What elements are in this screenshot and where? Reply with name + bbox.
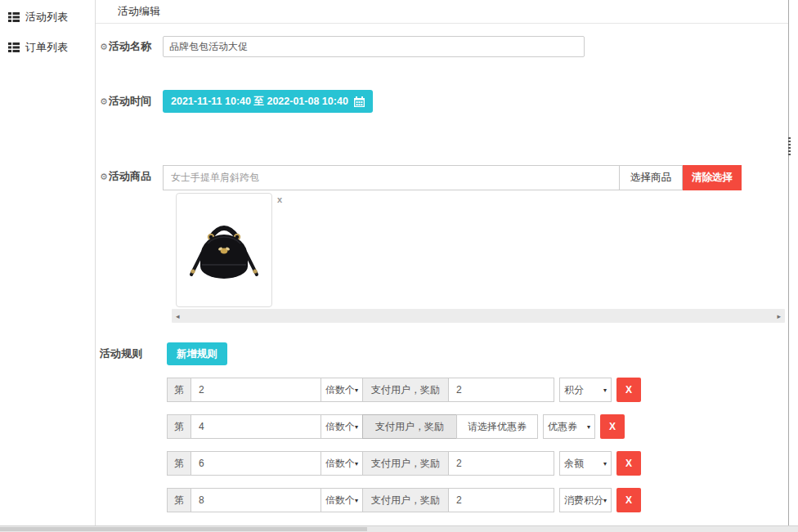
reward-label: 支付用户，奖励 <box>362 451 449 476</box>
sidebar-item-label: 活动列表 <box>25 10 68 25</box>
gear-icon: ⚙ <box>100 96 108 106</box>
remove-product-icon[interactable]: x <box>277 195 282 204</box>
horizontal-scrollbar-thumb[interactable] <box>0 527 367 531</box>
horizontal-scrollbar[interactable] <box>0 525 798 532</box>
sidebar-item-order-list[interactable]: 订单列表 <box>0 32 95 62</box>
gear-icon: ⚙ <box>100 42 108 51</box>
product-input-group: 选择商品 清除选择 <box>163 165 742 190</box>
handbag-image <box>183 206 265 294</box>
rule-prefix-label: 第 <box>167 414 191 439</box>
rule-number-input[interactable] <box>191 378 321 402</box>
rule-number-input[interactable] <box>191 451 321 476</box>
activity-time-label: ⚙活动时间 <box>96 90 163 113</box>
choose-coupon-button[interactable]: 请选择优惠券 <box>456 414 538 439</box>
sidebar-item-activity-list[interactable]: 活动列表 <box>0 2 95 32</box>
rule-number-input[interactable] <box>191 414 321 439</box>
rule-unit-select[interactable]: 倍数个 ▾ <box>321 378 363 402</box>
activity-name-label: ⚙活动名称 <box>96 35 163 58</box>
date-range-button[interactable]: 2021-11-11 10:40 至 2022-01-08 10:40 <box>163 90 373 113</box>
date-range-text: 2021-11-11 10:40 至 2022-01-08 10:40 <box>171 95 348 109</box>
product-strip-scrollbar[interactable]: ◂ ▸ <box>172 309 785 323</box>
chevron-down-icon: ▾ <box>355 387 358 394</box>
product-thumbnail-row: x <box>176 193 788 307</box>
rule-prefix-label: 第 <box>167 488 191 512</box>
delete-rule-button[interactable]: X <box>616 451 641 476</box>
sidebar: 活动列表 订单列表 <box>0 0 96 527</box>
chevron-down-icon: ▾ <box>603 387 607 394</box>
tab-activity-edit[interactable]: 活动编辑 <box>118 4 160 19</box>
choose-product-button[interactable]: 选择商品 <box>620 165 683 190</box>
reward-value-input[interactable] <box>448 451 554 476</box>
scroll-left-icon[interactable]: ◂ <box>176 312 180 320</box>
chevron-down-icon: ▾ <box>355 460 358 467</box>
reward-type-select[interactable]: 优惠券 ▾ <box>543 414 595 439</box>
activity-rules-label: 活动规则 <box>96 342 163 365</box>
gear-icon: ⚙ <box>100 172 108 181</box>
rule-number-input[interactable] <box>191 488 321 512</box>
delete-rule-button[interactable]: X <box>616 488 641 512</box>
reward-label: 支付用户，奖励 <box>362 378 449 402</box>
reward-type-select[interactable]: 消费积分 ▾ <box>559 488 612 512</box>
main-panel: 活动编辑 ⚙活动名称 ⚙活动时间 2021-11-11 10:40 至 2022… <box>96 0 789 527</box>
product-thumbnail <box>176 193 272 307</box>
activity-time-row: ⚙活动时间 2021-11-11 10:40 至 2022-01-08 10:4… <box>96 90 788 113</box>
clear-selection-button[interactable]: 清除选择 <box>683 165 742 190</box>
scroll-right-icon[interactable]: ▸ <box>777 312 781 320</box>
reward-value-input[interactable] <box>448 378 554 402</box>
reward-value-input[interactable] <box>448 488 554 512</box>
activity-name-row: ⚙活动名称 <box>96 35 788 58</box>
vertical-scrollbar-thumb[interactable] <box>788 137 791 155</box>
tab-bar: 活动编辑 <box>96 0 788 24</box>
rule-row: 第 倍数个 ▾ 支付用户，奖励 请选择优惠券 优惠券 ▾ X <box>167 414 788 439</box>
activity-product-row: ⚙活动商品 选择商品 清除选择 <box>96 165 788 190</box>
sidebar-item-label: 订单列表 <box>25 40 68 55</box>
list-icon <box>8 42 20 52</box>
list-icon <box>8 12 20 22</box>
chevron-down-icon: ▾ <box>603 497 607 504</box>
rule-unit-select[interactable]: 倍数个 ▾ <box>321 488 363 512</box>
calendar-icon <box>354 96 365 107</box>
delete-rule-button[interactable]: X <box>616 378 641 402</box>
activity-rules-row: 活动规则 新增规则 <box>96 342 788 365</box>
chevron-down-icon: ▾ <box>355 423 358 431</box>
add-rule-button[interactable]: 新增规则 <box>167 342 227 365</box>
activity-name-input[interactable] <box>163 36 585 57</box>
reward-label-button[interactable]: 支付用户，奖励 <box>362 414 457 439</box>
delete-rule-button[interactable]: X <box>600 414 625 439</box>
rule-unit-select[interactable]: 倍数个 ▾ <box>321 451 363 476</box>
rule-unit-select[interactable]: 倍数个 ▾ <box>321 414 363 439</box>
chevron-down-icon: ▾ <box>603 460 607 467</box>
reward-type-select[interactable]: 积分 ▾ <box>559 378 612 402</box>
rule-row: 第 倍数个 ▾ 支付用户，奖励 消费积分 ▾ X <box>167 488 788 512</box>
rule-prefix-label: 第 <box>167 451 191 476</box>
reward-type-select[interactable]: 余额 ▾ <box>559 451 612 476</box>
product-name-input[interactable] <box>163 165 620 190</box>
activity-product-label: ⚙活动商品 <box>96 165 163 188</box>
rule-prefix-label: 第 <box>167 378 191 402</box>
chevron-down-icon: ▾ <box>587 423 590 431</box>
reward-label: 支付用户，奖励 <box>362 488 449 512</box>
rule-row: 第 倍数个 ▾ 支付用户，奖励 余额 ▾ X <box>167 451 788 476</box>
activity-edit-page: 活动列表 订单列表 活动编辑 ⚙活动名称 ⚙活动时间 <box>0 0 798 532</box>
rule-row: 第 倍数个 ▾ 支付用户，奖励 积分 ▾ X <box>167 378 788 402</box>
chevron-down-icon: ▾ <box>355 497 358 504</box>
